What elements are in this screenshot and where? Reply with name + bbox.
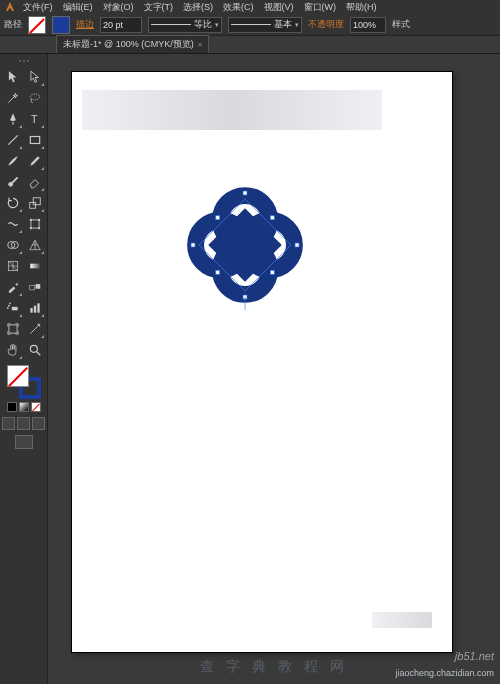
svg-point-8 bbox=[29, 219, 31, 221]
blob-brush-tool[interactable] bbox=[3, 172, 23, 192]
svg-text:T: T bbox=[30, 113, 37, 125]
type-tool[interactable]: T bbox=[25, 109, 45, 129]
svg-point-21 bbox=[6, 307, 8, 309]
watermark-url: jiaocheng.chazidian.com bbox=[395, 668, 494, 678]
menu-view[interactable]: 视图(V) bbox=[260, 1, 298, 14]
fill-stroke-indicator[interactable] bbox=[7, 365, 41, 399]
svg-rect-37 bbox=[295, 243, 299, 247]
none-color-icon[interactable] bbox=[31, 402, 41, 412]
artboard[interactable] bbox=[72, 72, 452, 652]
pencil-tool[interactable] bbox=[25, 151, 45, 171]
opacity-input[interactable] bbox=[350, 17, 386, 33]
menu-window[interactable]: 窗口(W) bbox=[300, 1, 341, 14]
svg-point-10 bbox=[29, 227, 31, 229]
document-tab-bar: 未标题-1* @ 100% (CMYK/预览) × bbox=[0, 36, 500, 54]
brush-dropdown[interactable]: 基本▾ bbox=[228, 17, 302, 33]
column-graph-tool[interactable] bbox=[25, 298, 45, 318]
watermark-center: 查 字 典 教 程 网 bbox=[200, 658, 347, 676]
menu-effect[interactable]: 效果(C) bbox=[219, 1, 258, 14]
app-logo-icon bbox=[3, 0, 17, 14]
svg-point-20 bbox=[9, 302, 11, 304]
shape-builder-tool[interactable] bbox=[3, 235, 23, 255]
stroke-swatch[interactable] bbox=[52, 16, 70, 34]
svg-rect-18 bbox=[11, 307, 17, 311]
draw-inside-icon[interactable] bbox=[32, 417, 45, 430]
rectangle-tool[interactable] bbox=[25, 130, 45, 150]
menu-edit[interactable]: 编辑(E) bbox=[59, 1, 97, 14]
draw-mode-row bbox=[2, 417, 45, 430]
scale-tool[interactable] bbox=[25, 193, 45, 213]
watermark-site: jb51.net bbox=[455, 650, 494, 662]
redacted-region bbox=[82, 90, 382, 130]
eraser-tool[interactable] bbox=[25, 172, 45, 192]
screen-mode-row bbox=[15, 435, 33, 449]
knot-artwork[interactable] bbox=[180, 180, 310, 310]
zoom-tool[interactable] bbox=[25, 340, 45, 360]
menu-type[interactable]: 文字(T) bbox=[140, 1, 178, 14]
svg-line-2 bbox=[8, 135, 17, 144]
line-segment-tool[interactable] bbox=[3, 130, 23, 150]
blend-tool[interactable] bbox=[25, 277, 45, 297]
gradient-tool[interactable] bbox=[25, 256, 45, 276]
eyedropper-tool[interactable] bbox=[3, 277, 23, 297]
rotate-tool[interactable] bbox=[3, 193, 23, 213]
menu-help[interactable]: 帮助(H) bbox=[342, 1, 381, 14]
slice-tool[interactable] bbox=[25, 319, 45, 339]
artboard-tool[interactable] bbox=[3, 319, 23, 339]
main-area: T bbox=[0, 54, 500, 684]
svg-point-26 bbox=[30, 345, 37, 352]
svg-rect-5 bbox=[29, 202, 35, 208]
svg-line-27 bbox=[36, 352, 40, 356]
screen-mode-icon[interactable] bbox=[15, 435, 33, 449]
close-icon[interactable]: × bbox=[198, 40, 203, 49]
style-label[interactable]: 样式 bbox=[392, 18, 410, 31]
color-mode-row bbox=[7, 402, 41, 412]
svg-rect-41 bbox=[270, 270, 274, 274]
direct-selection-tool[interactable] bbox=[25, 67, 45, 87]
stroke-label[interactable]: 描边 bbox=[76, 18, 94, 31]
gradient-color-icon[interactable] bbox=[19, 402, 29, 412]
svg-rect-38 bbox=[216, 216, 220, 220]
selection-tool[interactable] bbox=[3, 67, 23, 87]
stroke-weight-input[interactable] bbox=[100, 17, 142, 33]
canvas-area[interactable]: 查 字 典 教 程 网 jb51.net jiaocheng.chazidian… bbox=[48, 54, 500, 684]
magic-wand-tool[interactable] bbox=[3, 88, 23, 108]
svg-point-9 bbox=[37, 219, 39, 221]
svg-rect-7 bbox=[30, 220, 38, 228]
svg-point-19 bbox=[8, 305, 10, 307]
svg-rect-25 bbox=[8, 325, 16, 333]
profile-dropdown[interactable]: 等比▾ bbox=[148, 17, 222, 33]
width-tool[interactable] bbox=[3, 214, 23, 234]
menu-file[interactable]: 文件(F) bbox=[19, 1, 57, 14]
draw-behind-icon[interactable] bbox=[17, 417, 30, 430]
svg-rect-3 bbox=[30, 137, 39, 144]
menu-select[interactable]: 选择(S) bbox=[179, 1, 217, 14]
svg-rect-39 bbox=[270, 216, 274, 220]
svg-point-0 bbox=[30, 94, 39, 100]
hand-tool[interactable] bbox=[3, 340, 23, 360]
panel-grip-icon[interactable] bbox=[9, 58, 39, 64]
perspective-grid-tool[interactable] bbox=[25, 235, 45, 255]
svg-rect-16 bbox=[29, 285, 34, 290]
svg-rect-40 bbox=[216, 270, 220, 274]
svg-rect-17 bbox=[35, 284, 40, 289]
svg-rect-22 bbox=[30, 308, 32, 313]
control-bar: 路径 描边 等比▾ 基本▾ 不透明度 样式 bbox=[0, 14, 500, 36]
svg-rect-6 bbox=[33, 198, 40, 205]
paintbrush-tool[interactable] bbox=[3, 151, 23, 171]
fill-color-icon[interactable] bbox=[7, 365, 29, 387]
lasso-tool[interactable] bbox=[25, 88, 45, 108]
pen-tool[interactable] bbox=[3, 109, 23, 129]
opacity-label[interactable]: 不透明度 bbox=[308, 18, 344, 31]
draw-normal-icon[interactable] bbox=[2, 417, 15, 430]
symbol-sprayer-tool[interactable] bbox=[3, 298, 23, 318]
solid-color-icon[interactable] bbox=[7, 402, 17, 412]
fill-swatch[interactable] bbox=[28, 16, 46, 34]
redacted-region bbox=[372, 612, 432, 628]
menu-object[interactable]: 对象(O) bbox=[99, 1, 138, 14]
mesh-tool[interactable] bbox=[3, 256, 23, 276]
svg-rect-34 bbox=[243, 191, 247, 195]
svg-rect-36 bbox=[191, 243, 195, 247]
document-tab[interactable]: 未标题-1* @ 100% (CMYK/预览) × bbox=[56, 35, 209, 53]
free-transform-tool[interactable] bbox=[25, 214, 45, 234]
